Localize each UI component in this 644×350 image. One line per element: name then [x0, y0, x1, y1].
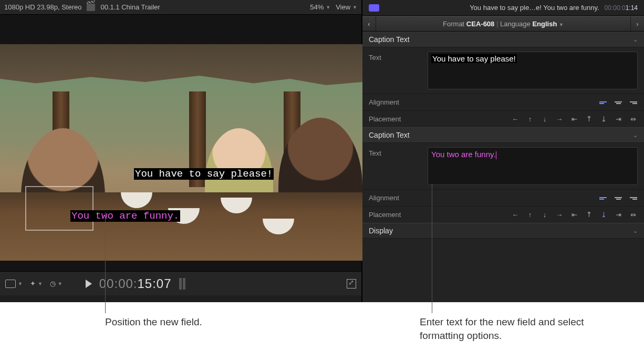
zoom-value: 54%: [310, 3, 324, 11]
annotation-right: Enter text for the new field and select …: [420, 315, 619, 342]
timecode-dim: 00:00:: [99, 276, 138, 291]
inspector-panel: You have to say ple…e! You two are funny…: [362, 0, 644, 302]
snap-center-button[interactable]: ⇔: [628, 116, 638, 123]
move-left-button[interactable]: ←: [511, 116, 520, 123]
alignment-row-2: Alignment: [362, 189, 644, 206]
fullscreen-button[interactable]: [347, 279, 356, 289]
format-readout: 1080p HD 23.98p, Stereo: [4, 3, 81, 11]
next-caption-button[interactable]: ›: [630, 16, 644, 31]
align-center-button[interactable]: [614, 99, 623, 106]
effects-dropdown[interactable]: ✦▼: [30, 280, 43, 287]
app-window: 1080p HD 23.98p, Stereo 00.1.1 China Tra…: [0, 0, 644, 302]
clip-title[interactable]: 00.1.1 China Trailer: [100, 3, 160, 11]
view-dropdown[interactable]: View ▼: [336, 3, 357, 11]
snap-right-button[interactable]: ⇥: [614, 211, 623, 219]
inspector-title: You have to say ple…e! You two are funny…: [385, 4, 599, 12]
section-caption-text-1[interactable]: Caption Text ⌄: [362, 32, 644, 47]
placement-row-2: Placement ← ↑ ↓ → ⇤ ⤒ ⤓ ⇥ ⇔: [362, 206, 644, 223]
align-left-button[interactable]: [599, 99, 608, 106]
placement-row-1: Placement ← ↑ ↓ → ⇤ ⤒ ⤓ ⇥ ⇔: [362, 110, 644, 127]
align-right-button[interactable]: [628, 99, 638, 106]
caption-bounding-box[interactable]: [25, 186, 94, 231]
zoom-dropdown[interactable]: 54% ▼: [310, 3, 330, 11]
snap-bottom-button[interactable]: ⤓: [599, 116, 608, 123]
text-cursor: [496, 151, 496, 159]
retime-dropdown[interactable]: ◷▼: [50, 280, 63, 287]
timecode-lit: 15:07: [138, 276, 172, 291]
text-label: Text: [369, 147, 419, 157]
chevron-down-icon: ▼: [326, 5, 330, 10]
text-label: Text: [369, 52, 419, 61]
section-display[interactable]: Display ⌄: [362, 223, 644, 239]
snap-right-button[interactable]: ⇥: [614, 116, 623, 123]
annotation-left: Position the new field.: [105, 315, 202, 329]
play-button[interactable]: [86, 280, 92, 288]
caption-format-language[interactable]: Format CEA-608 | Language English ▼: [376, 20, 630, 28]
clip-appearance-dropdown[interactable]: ▼: [5, 280, 23, 288]
align-center-button[interactable]: [614, 194, 623, 202]
viewer-topbar: 1080p HD 23.98p, Stereo 00.1.1 China Tra…: [0, 0, 361, 15]
viewer-letterbox-bottom: [0, 261, 361, 271]
timecode-display[interactable]: 00:00:15:07: [99, 276, 172, 291]
viewer-panel: 1080p HD 23.98p, Stereo 00.1.1 China Tra…: [0, 0, 362, 302]
caption-text-field-1[interactable]: You have to say please!: [428, 52, 638, 89]
snap-top-button[interactable]: ⤒: [584, 211, 594, 219]
snap-left-button[interactable]: ⇤: [569, 211, 579, 219]
snap-top-button[interactable]: ⤒: [584, 116, 594, 123]
move-down-button[interactable]: ↓: [540, 116, 549, 123]
align-right-button[interactable]: [628, 194, 638, 202]
caption-overlay-1[interactable]: You have to say please!: [134, 168, 274, 180]
alignment-row-1: Alignment: [362, 94, 644, 110]
snap-center-button[interactable]: ⇔: [628, 211, 638, 219]
move-left-button[interactable]: ←: [511, 211, 520, 219]
chevron-down-icon: ⌄: [633, 132, 638, 139]
caption-text-field-2[interactable]: You two are funny.: [428, 147, 638, 185]
text-row-1: Text You have to say please!: [362, 47, 644, 94]
viewer-letterbox-top: [0, 15, 361, 44]
audio-meters: [179, 278, 185, 290]
section-caption-text-2[interactable]: Caption Text ⌄: [362, 127, 644, 143]
move-up-button[interactable]: ↑: [525, 116, 535, 123]
view-label: View: [336, 3, 350, 11]
chevron-down-icon: ▼: [559, 22, 564, 27]
inspector-header: You have to say ple…e! You two are funny…: [362, 0, 644, 16]
align-left-button[interactable]: [599, 194, 608, 202]
snap-bottom-button[interactable]: ⤓: [599, 211, 608, 219]
snap-left-button[interactable]: ⇤: [569, 116, 579, 123]
chevron-down-icon: ▼: [352, 5, 357, 10]
chevron-down-icon: ⌄: [633, 228, 638, 234]
clapperboard-icon[interactable]: [87, 4, 95, 11]
prev-caption-button[interactable]: ‹: [362, 16, 376, 31]
caption-nav-bar: ‹ Format CEA-608 | Language English ▼ ›: [362, 16, 644, 32]
move-down-button[interactable]: ↓: [540, 211, 549, 219]
caption-icon[interactable]: [369, 4, 379, 12]
chevron-down-icon: ⌄: [633, 36, 638, 43]
text-row-2: Text You two are funny.: [362, 143, 644, 189]
move-right-button[interactable]: →: [555, 116, 564, 123]
move-up-button[interactable]: ↑: [525, 211, 535, 219]
video-frame[interactable]: You have to say please! You two are funn…: [0, 44, 362, 261]
duration-readout: 00:00:01:14: [605, 4, 638, 12]
viewer-controls: ▼ ✦▼ ◷▼ 00:00:15:07: [0, 271, 361, 295]
caption-overlay-2[interactable]: You two are funny.: [70, 210, 180, 222]
move-right-button[interactable]: →: [555, 211, 564, 219]
